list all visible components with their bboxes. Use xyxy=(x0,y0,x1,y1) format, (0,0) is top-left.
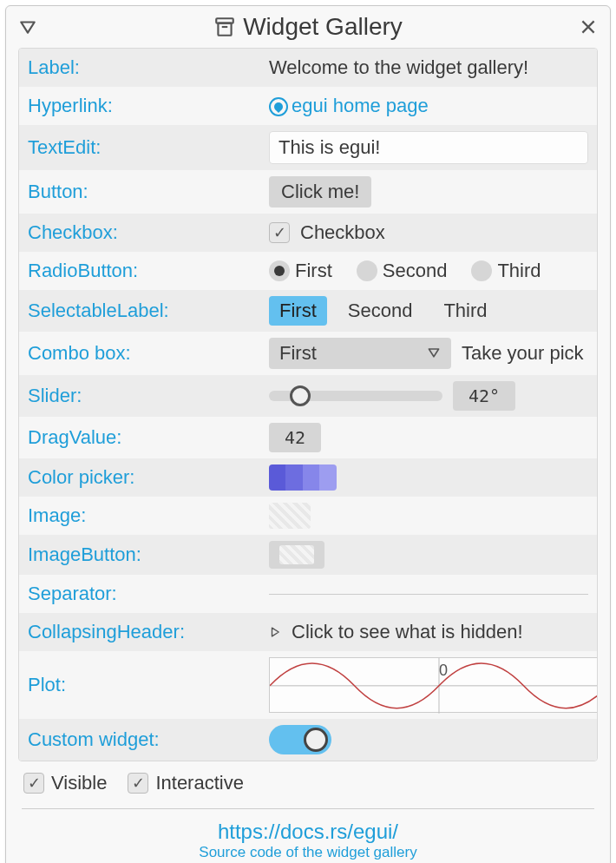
row-dragvalue: DragValue: 42 xyxy=(19,417,597,458)
custom-name: Custom widget: xyxy=(28,728,269,751)
radio-third[interactable] xyxy=(471,260,492,281)
chevron-down-icon xyxy=(427,342,441,365)
textedit-input[interactable] xyxy=(269,131,588,164)
checkbox-name: Checkbox: xyxy=(28,221,269,244)
plot-area[interactable]: 0 xyxy=(269,657,598,713)
triangle-right-icon xyxy=(269,621,281,643)
row-textedit: TextEdit: xyxy=(19,125,597,170)
row-button: Button: Click me! xyxy=(19,170,597,214)
checkbox-box[interactable]: ✓ xyxy=(269,222,290,243)
combo-hint: Take your pick xyxy=(462,342,584,365)
textedit-name: TextEdit: xyxy=(28,136,269,159)
row-combo: Combo box: First Take your pick xyxy=(19,332,597,375)
row-radio: RadioButton: First Second Third xyxy=(19,252,597,290)
footer-links: https://docs.rs/egui/ Source code of the… xyxy=(18,813,598,863)
window-title: Widget Gallery xyxy=(243,13,403,41)
plot-name: Plot: xyxy=(28,674,269,696)
row-selectable: SelectableLabel: First Second Third xyxy=(19,290,597,332)
row-checkbox: Checkbox: ✓ Checkbox xyxy=(19,214,597,252)
checkbox-text: Checkbox xyxy=(300,221,385,244)
titlebar: Widget Gallery xyxy=(6,6,610,48)
clickme-button[interactable]: Click me! xyxy=(269,176,371,208)
row-imagebutton: ImageButton: xyxy=(19,535,597,575)
widget-gallery-window: Widget Gallery Label: Welcome to the wid… xyxy=(5,5,611,863)
close-icon[interactable] xyxy=(579,17,598,36)
row-collapsing: CollapsingHeader: Click to see what is h… xyxy=(19,613,597,651)
row-colorpicker: Color picker: xyxy=(19,458,597,497)
row-plot: Plot: 0 xyxy=(19,651,597,719)
image-placeholder xyxy=(269,503,311,529)
interactive-checkbox[interactable]: ✓ xyxy=(128,773,148,794)
imagebtn-name: ImageButton: xyxy=(28,543,269,566)
slider-name: Slider: xyxy=(28,385,269,407)
selectable-second[interactable]: Second xyxy=(337,296,423,326)
svg-rect-1 xyxy=(219,23,232,36)
hyperlink-name: Hyperlink: xyxy=(28,95,269,117)
radio-first[interactable] xyxy=(269,260,290,281)
row-slider: Slider: 42° xyxy=(19,375,597,417)
combo-box[interactable]: First xyxy=(269,338,451,369)
row-image: Image: xyxy=(19,497,597,535)
row-custom: Custom widget: xyxy=(19,719,597,761)
footer-separator xyxy=(22,808,594,809)
row-label: Label: Welcome to the widget gallery! xyxy=(19,49,597,87)
drag-value[interactable]: 42 xyxy=(269,423,321,452)
row-hyperlink: Hyperlink: egui home page xyxy=(19,87,597,125)
radio-name: RadioButton: xyxy=(28,260,269,282)
collapse-name: CollapsingHeader: xyxy=(28,621,269,643)
row-separator: Separator: xyxy=(19,575,597,613)
selectable-third[interactable]: Third xyxy=(433,296,497,326)
visible-checkbox[interactable]: ✓ xyxy=(23,773,44,794)
separator-line xyxy=(269,594,588,595)
slider-value[interactable]: 42° xyxy=(453,381,515,411)
slider-thumb[interactable] xyxy=(290,385,311,406)
button-name: Button: xyxy=(28,181,269,203)
interactive-label: Interactive xyxy=(155,772,244,794)
radio-second[interactable] xyxy=(357,260,377,281)
drag-name: DragValue: xyxy=(28,426,269,449)
collapsing-header[interactable]: Click to see what is hidden! xyxy=(269,621,588,643)
label-name: Label: xyxy=(28,56,269,79)
footer-options: ✓ Visible ✓ Interactive xyxy=(18,761,598,805)
color-swatch[interactable] xyxy=(269,464,337,491)
separator-name: Separator: xyxy=(28,583,269,605)
image-name: Image: xyxy=(28,504,269,527)
selectable-name: SelectableLabel: xyxy=(28,300,269,322)
custom-toggle[interactable] xyxy=(269,725,331,754)
docs-link[interactable]: https://docs.rs/egui/ xyxy=(218,820,398,843)
color-name: Color picker: xyxy=(28,466,269,489)
widget-grid: Label: Welcome to the widget gallery! Hy… xyxy=(18,48,598,761)
collapse-window-icon[interactable] xyxy=(18,17,37,36)
plot-zero-label: 0 xyxy=(439,662,448,680)
archive-icon xyxy=(213,16,236,38)
combo-name: Combo box: xyxy=(28,342,269,365)
github-icon xyxy=(269,97,288,116)
toggle-knob xyxy=(304,728,328,752)
label-value: Welcome to the widget gallery! xyxy=(269,56,588,79)
image-button[interactable] xyxy=(269,541,324,569)
selectable-first[interactable]: First xyxy=(269,296,327,326)
hyperlink-link[interactable]: egui home page xyxy=(269,95,429,117)
visible-label: Visible xyxy=(51,772,107,794)
slider-track[interactable] xyxy=(269,391,442,401)
source-link[interactable]: Source code of the widget gallery xyxy=(199,844,416,860)
